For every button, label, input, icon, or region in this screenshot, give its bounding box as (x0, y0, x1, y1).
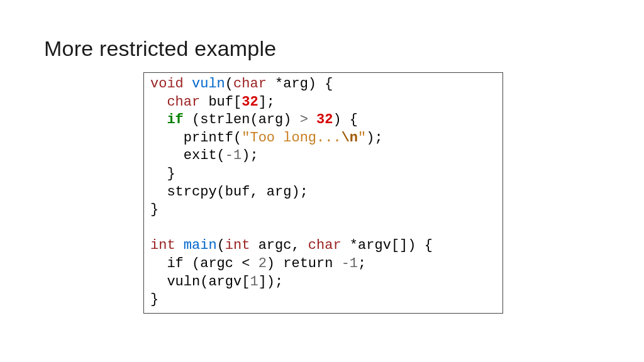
var-buf: buf[ (208, 94, 242, 110)
kw-int: int (150, 238, 175, 253)
txt: *argv[]) { (341, 238, 433, 253)
txt: } (150, 166, 175, 182)
code-listing: void vuln(char *arg) { char buf[32]; if … (143, 72, 503, 314)
fn-vuln: vuln (192, 76, 225, 92)
txt: * (267, 76, 283, 92)
txt (175, 238, 184, 253)
kw-void: void (150, 76, 184, 92)
txt (200, 94, 208, 110)
indent (150, 112, 167, 128)
indent: if (argc < (150, 256, 258, 272)
txt: ); (242, 148, 258, 163)
kw-char: char (233, 76, 267, 92)
indent: exit( (150, 148, 225, 163)
code-pre: void vuln(char *arg) { char buf[32]; if … (150, 75, 496, 309)
slide: More restricted example void vuln(char *… (0, 0, 644, 362)
escape-seq: \n (341, 130, 358, 146)
txt (184, 76, 192, 92)
indent: vuln(argv[ (150, 274, 250, 290)
num-neg1: -1 (225, 148, 242, 163)
arg-name: arg (283, 76, 308, 92)
num-2: 2 (258, 256, 267, 272)
fn-main: main (184, 238, 217, 253)
indent (150, 94, 167, 110)
txt: argc, (250, 238, 308, 253)
txt: ]; (258, 94, 275, 110)
op-gt: > (300, 112, 308, 128)
txt: ; (358, 256, 366, 272)
txt: ( (217, 238, 225, 253)
txt: } (150, 202, 158, 217)
txt: strcpy(buf, arg); (150, 184, 308, 200)
txt: ]); (258, 274, 284, 290)
num-32: 32 (242, 94, 258, 110)
kw-int: int (225, 238, 250, 253)
string-literal: "Too long... (242, 130, 341, 146)
txt: ); (366, 130, 382, 146)
txt: ( (225, 76, 233, 92)
string-quote: " (358, 130, 366, 146)
num-neg1: -1 (341, 256, 358, 272)
kw-char: char (167, 94, 200, 110)
indent: printf( (150, 130, 242, 146)
txt: ) { (333, 112, 358, 128)
slide-title: More restricted example (44, 36, 600, 61)
txt (308, 112, 316, 128)
txt: ) return (267, 256, 341, 272)
kw-char: char (308, 238, 341, 253)
num-32: 32 (316, 112, 333, 128)
txt: (strlen(arg) (184, 112, 300, 128)
txt: } (150, 292, 158, 307)
txt: ) { (308, 76, 333, 92)
num-1: 1 (250, 274, 258, 290)
kw-if: if (167, 112, 183, 128)
